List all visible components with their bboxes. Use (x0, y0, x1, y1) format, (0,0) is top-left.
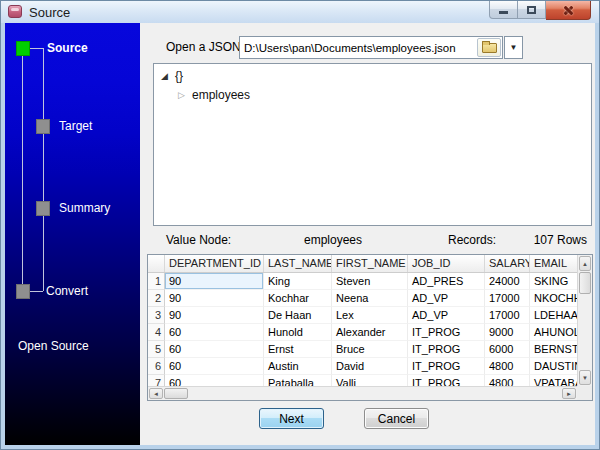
column-header[interactable]: SALARY (485, 255, 530, 272)
table-cell[interactable]: AD_VP (408, 307, 485, 324)
table-cell[interactable]: 17000 (485, 290, 530, 307)
wizard-sidebar: Source Target Summary Convert Open Sourc… (5, 23, 140, 445)
vertical-scrollbar[interactable]: ▲ ▼ (577, 255, 592, 386)
app-icon (8, 5, 22, 18)
table-row: 460HunoldAlexanderIT_PROG9000AHUNOLD (148, 324, 577, 341)
table-row: 560ErnstBruceIT_PROG6000BERNST (148, 341, 577, 358)
horizontal-scroll-thumb[interactable] (164, 388, 188, 399)
table-cell[interactable]: 90 (165, 307, 264, 324)
tree-node-root[interactable]: ◢ {} (154, 66, 591, 85)
file-path-input[interactable] (240, 42, 477, 54)
table-cell[interactable]: IT_PROG (408, 341, 485, 358)
table-header-row: DEPARTMENT_IDLAST_NAMEFIRST_NAMEJOB_IDSA… (148, 255, 577, 273)
tree-collapsed-icon[interactable]: ▷ (178, 90, 190, 100)
table-cell[interactable]: Bruce (332, 341, 408, 358)
table-cell[interactable]: 17000 (485, 307, 530, 324)
table-cell[interactable]: 90 (165, 273, 264, 290)
table-cell[interactable]: 6000 (485, 341, 530, 358)
tree-root-label: {} (173, 69, 183, 83)
table-cell[interactable]: 60 (165, 375, 264, 386)
minimize-button[interactable] (489, 1, 518, 19)
browse-folder-button[interactable] (477, 38, 501, 57)
scroll-right-icon: ► (566, 391, 572, 397)
close-button[interactable] (546, 1, 591, 20)
window-content: Source Target Summary Convert Open Sourc… (5, 23, 595, 445)
row-number[interactable]: 3 (148, 307, 165, 324)
table-cell[interactable]: 90 (165, 290, 264, 307)
records-table: DEPARTMENT_IDLAST_NAMEFIRST_NAMEJOB_IDSA… (147, 254, 593, 401)
table-cell[interactable]: Hunold (264, 324, 332, 341)
row-number[interactable]: 5 (148, 341, 165, 358)
table-row: 660AustinDavidIT_PROG4800DAUSTIN (148, 358, 577, 375)
column-header[interactable]: LAST_NAME (264, 255, 332, 272)
step-marker-summary (36, 201, 50, 216)
table-cell[interactable]: Steven (332, 273, 408, 290)
table-cell[interactable]: 4800 (485, 375, 530, 386)
table-cell[interactable]: AD_PRES (408, 273, 485, 290)
step-connector-line (30, 48, 43, 49)
table-cell[interactable]: King (264, 273, 332, 290)
json-tree-panel: ◢ {} ▷ employees (153, 63, 592, 226)
table-cell[interactable]: AD_VP (408, 290, 485, 307)
table-cell[interactable]: LDEHAAN (530, 307, 577, 324)
table-cell[interactable]: IT_PROG (408, 375, 485, 386)
table-cell[interactable]: 60 (165, 358, 264, 375)
tree-child-label: employees (190, 88, 250, 102)
scroll-up-icon: ▲ (582, 261, 588, 267)
file-path-dropdown-button[interactable]: ▼ (504, 36, 523, 59)
table-row: 390De HaanLexAD_VP17000LDEHAAN (148, 307, 577, 324)
next-button[interactable]: Next (259, 408, 324, 429)
table-cell[interactable]: Valli (332, 375, 408, 386)
table-cell[interactable]: Lex (332, 307, 408, 324)
table-row: 760PataballaValliIT_PROG4800VPATABA (148, 375, 577, 386)
table-cell[interactable]: 60 (165, 324, 264, 341)
table-cell[interactable]: 24000 (485, 273, 530, 290)
table-cell[interactable]: Ernst (264, 341, 332, 358)
table-cell[interactable]: 9000 (485, 324, 530, 341)
cancel-button[interactable]: Cancel (364, 408, 429, 429)
table-cell[interactable]: Neena (332, 290, 408, 307)
row-number[interactable]: 2 (148, 290, 165, 307)
scroll-left-icon: ◄ (153, 391, 159, 397)
step-marker-convert (16, 284, 30, 299)
table-cell[interactable]: SKING (530, 273, 577, 290)
table-cell[interactable]: 4800 (485, 358, 530, 375)
table-cell[interactable]: Alexander (332, 324, 408, 341)
table-cell[interactable]: Austin (264, 358, 332, 375)
scroll-right-button[interactable]: ► (562, 388, 576, 399)
table-cell[interactable]: David (332, 358, 408, 375)
table-cell[interactable]: NKOCHHA (530, 290, 577, 307)
folder-open-icon (482, 43, 497, 53)
column-header[interactable]: DEPARTMENT_ID (165, 255, 264, 272)
column-header[interactable]: EMAIL (530, 255, 577, 272)
table-cell[interactable]: 60 (165, 341, 264, 358)
table-cell[interactable]: IT_PROG (408, 358, 485, 375)
window-title: Source (29, 5, 70, 20)
row-number[interactable]: 4 (148, 324, 165, 341)
scroll-down-button[interactable]: ▼ (579, 370, 591, 385)
table-cell[interactable]: BERNST (530, 341, 577, 358)
step-marker-source (16, 41, 30, 56)
table-cell[interactable]: De Haan (264, 307, 332, 324)
scroll-up-button[interactable]: ▲ (579, 256, 591, 271)
row-number[interactable]: 7 (148, 375, 165, 386)
vertical-scroll-thumb[interactable] (579, 272, 591, 294)
column-header[interactable]: FIRST_NAME (332, 255, 408, 272)
table-row: 190KingStevenAD_PRES24000SKING (148, 273, 577, 290)
row-number[interactable]: 1 (148, 273, 165, 290)
table-cell[interactable]: Kochhar (264, 290, 332, 307)
horizontal-scrollbar[interactable]: ◄ ► (148, 386, 577, 400)
table-cell[interactable]: AHUNOLD (530, 324, 577, 341)
step-connector-line (22, 56, 23, 284)
column-header[interactable]: JOB_ID (408, 255, 485, 272)
table-cell[interactable]: Pataballa (264, 375, 332, 386)
scroll-left-button[interactable]: ◄ (149, 388, 163, 399)
chevron-down-icon: ▼ (510, 43, 518, 52)
table-cell[interactable]: DAUSTIN (530, 358, 577, 375)
tree-expanded-icon[interactable]: ◢ (161, 71, 173, 81)
tree-node-employees[interactable]: ▷ employees (154, 85, 591, 104)
row-number[interactable]: 6 (148, 358, 165, 375)
maximize-button[interactable] (518, 1, 546, 19)
table-cell[interactable]: VPATABA (530, 375, 577, 386)
table-cell[interactable]: IT_PROG (408, 324, 485, 341)
